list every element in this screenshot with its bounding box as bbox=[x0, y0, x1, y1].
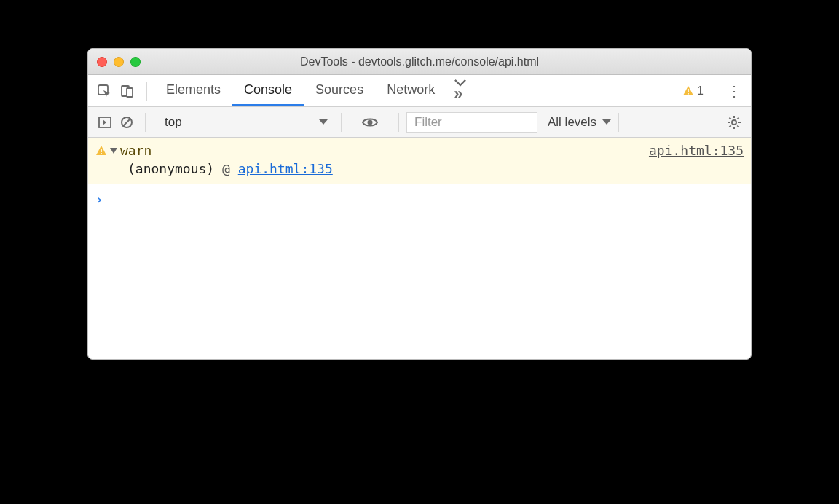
warning-icon bbox=[682, 85, 694, 97]
tab-console[interactable]: Console bbox=[232, 75, 304, 106]
context-label: top bbox=[165, 115, 182, 130]
message-text: warn bbox=[120, 143, 151, 158]
svg-line-14 bbox=[730, 117, 731, 119]
window-title: DevTools - devtools.glitch.me/console/ap… bbox=[88, 55, 751, 68]
live-expression-icon[interactable] bbox=[359, 111, 381, 133]
traffic-lights bbox=[97, 57, 141, 67]
more-tabs-button[interactable]: » bbox=[446, 79, 474, 103]
execution-context-selector[interactable]: top bbox=[159, 111, 334, 133]
chevron-down-icon bbox=[602, 119, 611, 125]
devtools-window: DevTools - devtools.glitch.me/console/ap… bbox=[87, 48, 752, 360]
stack-function: (anonymous) bbox=[127, 161, 214, 176]
tab-network[interactable]: Network bbox=[375, 75, 446, 106]
tab-sources[interactable]: Sources bbox=[304, 75, 375, 106]
console-message-warning[interactable]: warn api.html:135 (anonymous) @ api.html… bbox=[88, 138, 751, 184]
svg-rect-4 bbox=[688, 93, 689, 95]
levels-label: All levels bbox=[548, 115, 596, 130]
window-titlebar: DevTools - devtools.glitch.me/console/ap… bbox=[88, 49, 751, 75]
prompt-chevron-icon: › bbox=[95, 192, 103, 207]
warning-count: 1 bbox=[697, 84, 704, 98]
svg-line-17 bbox=[730, 125, 731, 127]
separator bbox=[145, 113, 146, 132]
message-source-link[interactable]: api.html:135 bbox=[649, 143, 744, 158]
svg-point-8 bbox=[368, 119, 373, 125]
sidebar-toggle-icon[interactable] bbox=[94, 111, 116, 133]
console-settings-icon[interactable] bbox=[723, 111, 745, 133]
svg-line-15 bbox=[737, 125, 738, 127]
clear-console-icon[interactable] bbox=[116, 111, 138, 133]
log-levels-selector[interactable]: All levels bbox=[548, 115, 611, 130]
console-output: warn api.html:135 (anonymous) @ api.html… bbox=[88, 138, 751, 359]
svg-point-9 bbox=[732, 120, 736, 125]
stack-trace: (anonymous) @ api.html:135 bbox=[95, 161, 744, 176]
svg-line-16 bbox=[737, 117, 738, 119]
separator bbox=[398, 113, 399, 132]
svg-rect-19 bbox=[101, 153, 102, 154]
console-toolbar: top All levels bbox=[88, 107, 751, 138]
warnings-badge[interactable]: 1 bbox=[682, 84, 704, 98]
chevron-down-icon bbox=[319, 119, 328, 125]
inspect-element-icon[interactable] bbox=[92, 79, 116, 103]
message-header: warn api.html:135 bbox=[95, 143, 744, 158]
separator bbox=[146, 82, 147, 101]
separator bbox=[618, 113, 619, 132]
svg-rect-3 bbox=[688, 89, 689, 92]
svg-rect-18 bbox=[101, 149, 102, 152]
tab-elements[interactable]: Elements bbox=[154, 75, 232, 106]
text-cursor bbox=[111, 192, 112, 207]
minimize-window-button[interactable] bbox=[114, 57, 124, 67]
separator bbox=[341, 113, 342, 132]
separator bbox=[714, 82, 714, 101]
svg-line-7 bbox=[123, 119, 130, 126]
warning-icon bbox=[95, 145, 107, 157]
main-tabbar: Elements Console Sources Network » 1 ⋮ bbox=[88, 75, 751, 107]
svg-rect-2 bbox=[127, 88, 133, 97]
disclosure-triangle-icon[interactable] bbox=[110, 148, 117, 154]
settings-menu-icon[interactable]: ⋮ bbox=[722, 82, 747, 100]
stack-source-link[interactable]: api.html:135 bbox=[238, 161, 333, 176]
stack-at: @ bbox=[222, 161, 230, 176]
console-prompt[interactable]: › bbox=[88, 184, 751, 214]
zoom-window-button[interactable] bbox=[130, 57, 141, 67]
device-toolbar-icon[interactable] bbox=[116, 79, 139, 103]
filter-input[interactable] bbox=[406, 112, 537, 133]
close-window-button[interactable] bbox=[97, 57, 107, 67]
